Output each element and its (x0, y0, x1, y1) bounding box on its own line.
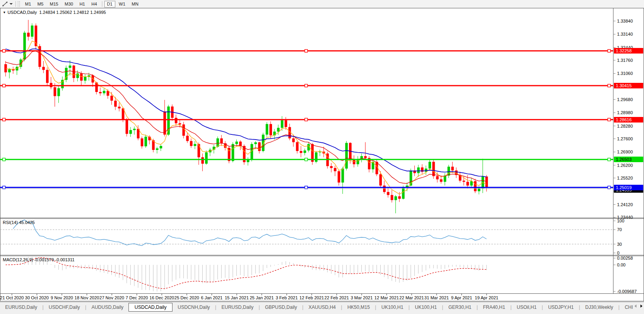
candle-body (440, 179, 443, 182)
price-tick: 1.27600 (617, 136, 633, 141)
candle-body (163, 111, 166, 135)
chart-tab-usdjpy[interactable]: USDJPY,H1 (543, 303, 579, 311)
chart-tab-fra40[interactable]: FRA40,H1 (478, 303, 510, 311)
chart-tab-xauusd[interactable]: XAUUSD,H4 (303, 303, 341, 311)
candle-body (201, 157, 204, 164)
level-price-tag: 1.26503 (614, 157, 643, 162)
timeframe-button-m30[interactable]: M30 (62, 1, 76, 8)
date-tick-label: 9 Apr 2021 (451, 295, 472, 300)
candle-body (285, 120, 288, 127)
chart-tab-uk100[interactable]: UK100,H1 (376, 303, 408, 311)
candle-body (46, 70, 49, 83)
level-price-tag: 1.30415 (614, 83, 643, 88)
chart-tab-eurusd[interactable]: EURUSD,Daily (216, 303, 259, 311)
candle-body (99, 92, 102, 93)
candle-body (118, 107, 121, 108)
candle-body (270, 124, 272, 136)
line-handle[interactable] (305, 50, 308, 52)
toolbar-grip-handle[interactable] (18, 1, 20, 7)
candle-body (337, 171, 340, 183)
chart-tab-dj30[interactable]: DJ30,Weekly (580, 303, 618, 311)
line-handle[interactable] (3, 84, 6, 87)
candle-body (251, 144, 253, 160)
candle-body (31, 25, 34, 36)
candle-body (463, 181, 466, 182)
timeframe-button-h1[interactable]: H1 (77, 1, 88, 8)
chart-tab-ger30[interactable]: GER30,H1 (443, 303, 477, 311)
chart-tab-gbpusd[interactable]: GBPUSD,Daily (260, 303, 302, 311)
timeframe-button-mn[interactable]: MN (129, 1, 141, 8)
chart-tab-usoil[interactable]: USOil,H1 (512, 303, 542, 311)
candle-body (387, 192, 390, 195)
chart-tab-china300[interactable]: CHINA300,H1 (619, 303, 633, 311)
timeframe-button-m1[interactable]: M1 (22, 1, 34, 8)
timeframe-button-h4[interactable]: H4 (88, 1, 100, 8)
candle-body (144, 137, 147, 146)
symbol-dropdown-icon[interactable]: ▼ (3, 11, 6, 14)
candle-body (103, 91, 105, 93)
price-tick: 1.31760 (617, 58, 633, 63)
chart-canvas (0, 8, 644, 301)
chart-area[interactable]: ▼USDCAD,Daily 1.24834 1.25062 1.24812 1.… (0, 8, 644, 301)
candle-body (417, 167, 420, 173)
line-handle[interactable] (608, 84, 611, 87)
candle-body (84, 77, 87, 81)
tabs-scroll-right-icon[interactable] (640, 304, 642, 308)
rsi-indicator-label: RSI(14) 45.0425 (3, 220, 35, 225)
tabs-scroll-left-icon[interactable] (634, 304, 636, 308)
date-tick-label: 22 Mar 2021 (399, 295, 424, 300)
candle-body (156, 148, 159, 150)
line-handle[interactable] (3, 50, 6, 52)
tool-dropdown-caret-icon[interactable] (10, 3, 13, 5)
candle-body (436, 176, 439, 179)
candle-body (42, 67, 45, 70)
level-price-tag: 1.28616 (614, 117, 643, 123)
candle-body (277, 128, 280, 132)
line-handle[interactable] (305, 84, 308, 87)
chart-symbol-label: USDCAD,Daily (8, 10, 37, 15)
chart-tab-usdchf[interactable]: USDCHF,Daily (44, 303, 85, 311)
candle-body (236, 142, 238, 144)
candle-body (69, 65, 71, 68)
price-tick: 1.28280 (617, 124, 633, 128)
date-tick-label: 6 Jan 2021 (201, 295, 222, 300)
candle-body (432, 162, 435, 176)
timeframe-button-w1[interactable]: W1 (116, 1, 128, 8)
chart-tab-uk100[interactable]: UK100,H1 (410, 303, 442, 311)
date-tick-label: 12 Feb 2021 (299, 295, 324, 300)
date-tick-label: 25 Dec 2020 (174, 295, 199, 300)
trendline-cursor-tool-icon[interactable] (1, 1, 9, 7)
chart-tab-hk50[interactable]: HK50,M15 (342, 303, 375, 311)
chart-tab-usdcad[interactable]: USDCAD,Daily (128, 303, 172, 312)
price-tick: 1.24120 (617, 202, 633, 207)
chart-title: ▼USDCAD,Daily 1.24834 1.25062 1.24812 1.… (3, 10, 106, 15)
candle-body (205, 152, 208, 164)
chart-tab-usdcnh[interactable]: USDCNH,Daily (172, 303, 215, 311)
macd-tick: -0.009687 (617, 289, 637, 294)
date-tick-label: 31 Mar 2021 (424, 295, 449, 300)
line-handle[interactable] (3, 118, 6, 121)
line-handle[interactable] (305, 118, 308, 121)
candle-body (141, 138, 144, 146)
timeframe-button-m5[interactable]: M5 (34, 1, 46, 8)
chart-tab-eurusd[interactable]: EURUSD,Daily (0, 303, 42, 311)
line-handle[interactable] (608, 50, 611, 52)
price-tick: 1.29680 (617, 97, 633, 102)
mt4-chart-window: M1M5M15M30H1H4D1W1MN ▼USDCAD,Daily 1.248… (0, 0, 644, 314)
candle-body (398, 196, 401, 199)
date-tick-label: 9 Nov 2020 (51, 295, 73, 300)
candle-body (281, 120, 284, 128)
line-handle[interactable] (3, 158, 6, 161)
macd-indicator-label: MACD(12,26,9) -0.001579 -0.001311 (3, 257, 75, 262)
candle-body (194, 144, 197, 146)
candle-body (466, 182, 469, 186)
timeframe-button-d1[interactable]: D1 (104, 1, 115, 8)
line-handle[interactable] (608, 158, 611, 161)
timeframe-button-m15[interactable]: M15 (47, 1, 61, 8)
candle-body (334, 168, 337, 171)
line-handle[interactable] (305, 158, 308, 161)
chart-tab-audusd[interactable]: AUDUSD,Daily (86, 303, 129, 311)
candle-body (402, 188, 405, 199)
line-handle[interactable] (608, 118, 611, 121)
candle-body (23, 33, 26, 60)
